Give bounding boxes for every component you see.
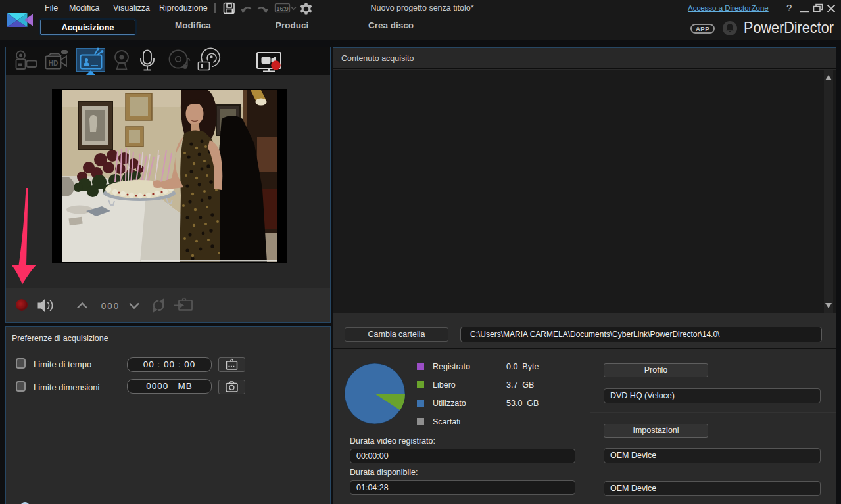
svg-text:16:9: 16:9: [276, 5, 289, 12]
svg-text:000: 000: [101, 301, 120, 311]
svg-text:HD: HD: [49, 60, 58, 67]
